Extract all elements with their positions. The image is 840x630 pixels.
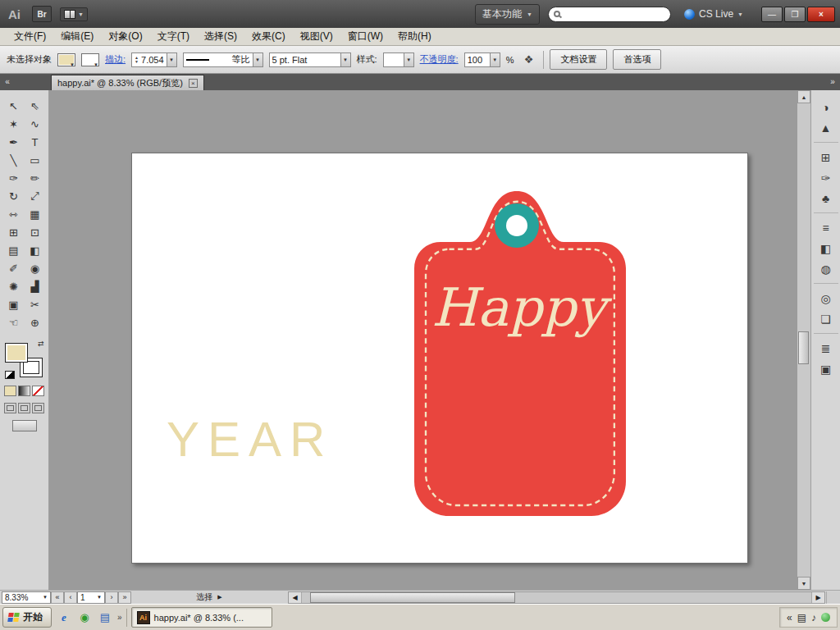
zoom-tool[interactable]: ⊕ bbox=[25, 313, 46, 331]
color-panel-icon[interactable]: ◑ bbox=[815, 97, 838, 117]
screen-mode-button[interactable] bbox=[12, 420, 37, 431]
collapse-panels-chevron[interactable]: » bbox=[825, 74, 840, 90]
stroke-panel-icon[interactable]: ≡ bbox=[815, 217, 838, 238]
menu-select[interactable]: 选择(S) bbox=[197, 27, 244, 46]
paintbrush-tool[interactable]: ✑ bbox=[3, 169, 25, 187]
volume-icon[interactable]: ♪ bbox=[811, 612, 816, 623]
swap-fill-stroke-icon[interactable]: ⇄ bbox=[38, 340, 44, 348]
rotate-tool[interactable]: ↻ bbox=[3, 187, 25, 205]
fill-swatch[interactable] bbox=[5, 343, 28, 363]
document-tab[interactable]: happy.ai* @ 8.33% (RGB/预览) × bbox=[51, 75, 204, 90]
media-player-icon[interactable]: ◉ bbox=[76, 609, 93, 626]
free-transform-tool[interactable]: ▦ bbox=[25, 205, 46, 223]
previous-artboard-button[interactable]: ‹ bbox=[64, 591, 77, 604]
pen-tool[interactable]: ✒ bbox=[3, 133, 25, 151]
menu-window[interactable]: 窗口(W) bbox=[340, 27, 390, 46]
menu-effect[interactable]: 效果(C) bbox=[244, 27, 293, 46]
opacity-input[interactable]: 100 bbox=[464, 52, 491, 67]
slice-tool[interactable]: ✂ bbox=[25, 295, 46, 313]
scroll-right-icon[interactable]: ▶ bbox=[811, 592, 824, 603]
width-tool[interactable]: ⇿ bbox=[3, 205, 25, 223]
preferences-button[interactable]: 首选项 bbox=[613, 49, 661, 70]
menu-help[interactable]: 帮助(H) bbox=[390, 27, 439, 46]
color-mode-button[interactable] bbox=[4, 386, 16, 396]
search-input[interactable] bbox=[548, 7, 671, 22]
tab-close-icon[interactable]: × bbox=[189, 79, 198, 88]
quicklaunch-chevron-icon[interactable]: » bbox=[117, 613, 122, 622]
brush-select[interactable]: 5 pt. Flat bbox=[269, 52, 341, 67]
document-setup-button[interactable]: 文档设置 bbox=[550, 49, 607, 70]
symbols-panel-icon[interactable]: ♣ bbox=[815, 188, 838, 208]
stroke-weight-input[interactable]: ▲▼ 7.054 bbox=[131, 52, 167, 67]
stroke-weight-dropdown[interactable]: ▼ bbox=[167, 52, 177, 67]
brushes-panel-icon[interactable]: ✑ bbox=[815, 167, 838, 188]
default-fill-stroke-icon[interactable] bbox=[5, 371, 15, 379]
style-select[interactable] bbox=[383, 52, 404, 67]
artboards-panel-icon[interactable]: ▣ bbox=[815, 358, 838, 379]
menu-type[interactable]: 文字(T) bbox=[150, 27, 197, 46]
minimize-button[interactable]: — bbox=[761, 7, 783, 22]
magic-wand-tool[interactable]: ✶ bbox=[3, 115, 25, 133]
scale-tool[interactable]: ⤢ bbox=[25, 187, 46, 205]
rectangle-tool[interactable]: ▭ bbox=[25, 151, 46, 169]
collapse-toolbar-chevron[interactable]: « bbox=[0, 74, 15, 90]
menu-object[interactable]: 对象(O) bbox=[101, 27, 149, 46]
opacity-panel-link[interactable]: 不透明度: bbox=[420, 53, 459, 66]
keyboard-layout-icon[interactable]: ▤ bbox=[797, 612, 806, 623]
start-button[interactable]: 开始 bbox=[2, 607, 52, 628]
line-segment-tool[interactable]: ╲ bbox=[3, 151, 25, 169]
vertical-scroll-thumb[interactable] bbox=[798, 331, 809, 364]
horizontal-scrollbar[interactable]: ◀ ▶ bbox=[288, 591, 825, 604]
artboard-tool[interactable]: ▣ bbox=[3, 295, 25, 313]
perspective-grid-tool[interactable]: ⊡ bbox=[25, 223, 46, 241]
style-dropdown[interactable]: ▼ bbox=[404, 52, 414, 67]
next-artboard-button[interactable]: › bbox=[105, 591, 118, 604]
blend-tool[interactable]: ◉ bbox=[25, 259, 46, 277]
artboard-navigation-select[interactable]: 1 ▼ bbox=[77, 591, 105, 604]
workspace-switcher[interactable]: 基本功能 ▼ bbox=[475, 4, 540, 25]
close-button[interactable]: × bbox=[807, 7, 835, 22]
scroll-left-icon[interactable]: ◀ bbox=[289, 592, 302, 603]
symbol-sprayer-tool[interactable]: ✺ bbox=[3, 277, 25, 295]
first-artboard-button[interactable]: « bbox=[51, 591, 64, 604]
menu-view[interactable]: 视图(V) bbox=[293, 27, 340, 46]
vertical-scrollbar[interactable]: ▲ ▼ bbox=[797, 90, 810, 590]
graphic-styles-panel-icon[interactable]: ❏ bbox=[815, 308, 838, 329]
menu-file[interactable]: 文件(F) bbox=[7, 27, 53, 46]
stroke-panel-link[interactable]: 描边: bbox=[105, 53, 126, 66]
restore-button[interactable]: ❐ bbox=[784, 7, 806, 22]
gradient-mode-button[interactable] bbox=[18, 386, 30, 396]
document-canvas[interactable]: YEAR Happy ▲ ▼ bbox=[49, 90, 810, 590]
bridge-button[interactable]: Br bbox=[32, 6, 52, 22]
stepper-icon[interactable]: ▲▼ bbox=[135, 56, 139, 64]
opacity-dropdown[interactable]: ▼ bbox=[491, 52, 500, 67]
cs-live-button[interactable]: CS Live ▼ bbox=[679, 7, 748, 21]
shape-builder-tool[interactable]: ⊞ bbox=[3, 223, 25, 241]
recolor-artwork-icon[interactable]: ❖ bbox=[519, 52, 537, 68]
mesh-tool[interactable]: ▤ bbox=[3, 241, 25, 259]
width-profile-select[interactable]: 等比 bbox=[183, 52, 253, 67]
horizontal-scroll-track[interactable] bbox=[302, 592, 811, 603]
scroll-down-icon[interactable]: ▼ bbox=[797, 577, 810, 590]
draw-normal-button[interactable] bbox=[4, 403, 16, 413]
layers-panel-icon[interactable]: ≣ bbox=[815, 338, 838, 358]
lasso-tool[interactable]: ∿ bbox=[25, 115, 46, 133]
none-mode-button[interactable] bbox=[32, 386, 44, 396]
swatches-panel-icon[interactable]: ⊞ bbox=[815, 147, 838, 167]
taskbar-window-button[interactable]: Ai happy.ai* @ 8.33% (... bbox=[131, 607, 272, 628]
gradient-panel-icon[interactable]: ◧ bbox=[815, 238, 838, 258]
gradient-tool[interactable]: ◧ bbox=[25, 241, 46, 259]
transparency-panel-icon[interactable]: ◍ bbox=[815, 258, 838, 279]
horizontal-scroll-thumb[interactable] bbox=[310, 592, 515, 603]
stroke-color-swatch[interactable]: ▼ bbox=[81, 53, 99, 66]
draw-inside-button[interactable] bbox=[32, 403, 44, 413]
hand-tool[interactable]: ☜ bbox=[3, 313, 25, 331]
scroll-up-icon[interactable]: ▲ bbox=[797, 90, 810, 103]
zoom-level-select[interactable]: 8.33% ▼ bbox=[2, 591, 51, 604]
color-guide-panel-icon[interactable]: ▲ bbox=[815, 117, 838, 138]
last-artboard-button[interactable]: » bbox=[118, 591, 131, 604]
pencil-tool[interactable]: ✏ bbox=[25, 169, 46, 187]
tray-chevron-icon[interactable]: « bbox=[787, 612, 792, 623]
fill-color-swatch[interactable]: ▼ bbox=[57, 53, 75, 66]
internet-explorer-icon[interactable]: e bbox=[56, 609, 72, 626]
